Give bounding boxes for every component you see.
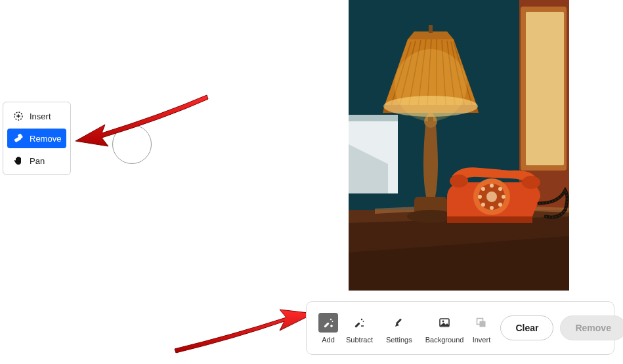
pan-tool-label: Pan bbox=[30, 156, 45, 166]
svg-rect-44 bbox=[324, 322, 329, 327]
clear-button[interactable]: Clear bbox=[500, 315, 553, 340]
svg-rect-30 bbox=[429, 25, 433, 33]
svg-point-40 bbox=[478, 195, 482, 199]
svg-rect-12 bbox=[349, 115, 398, 121]
invert-label: Invert bbox=[473, 336, 491, 344]
tool-panel: Insert Remove Pan bbox=[3, 102, 71, 175]
toolbar-actions: Clear Remove bbox=[500, 315, 623, 340]
brush-icon bbox=[389, 313, 409, 333]
subtract-brush-label: Subtract bbox=[346, 336, 373, 344]
add-brush-button[interactable]: Add bbox=[314, 310, 342, 346]
toolbar-settings-group: Settings bbox=[382, 310, 416, 346]
settings-label: Settings bbox=[386, 336, 412, 344]
canvas-image[interactable] bbox=[349, 0, 569, 291]
svg-point-49 bbox=[363, 321, 364, 322]
wand-minus-icon bbox=[349, 313, 369, 333]
svg-point-38 bbox=[490, 206, 494, 210]
pan-tool[interactable]: Pan bbox=[7, 151, 66, 171]
svg-point-36 bbox=[502, 195, 505, 199]
svg-point-39 bbox=[481, 203, 485, 207]
svg-point-37 bbox=[498, 203, 502, 207]
background-button[interactable]: Background bbox=[421, 310, 468, 346]
invert-button[interactable]: Invert bbox=[467, 310, 495, 346]
svg-rect-54 bbox=[480, 321, 486, 327]
toolbar-mode-group: Add Subtract bbox=[314, 310, 377, 346]
svg-rect-47 bbox=[355, 322, 360, 327]
wand-plus-icon bbox=[318, 313, 338, 333]
remove-tool[interactable]: Remove bbox=[7, 129, 66, 148]
eraser-icon bbox=[12, 132, 24, 144]
svg-point-42 bbox=[450, 174, 468, 188]
remove-tool-label: Remove bbox=[30, 134, 61, 144]
svg-rect-50 bbox=[396, 318, 402, 324]
svg-point-33 bbox=[486, 192, 497, 202]
svg-point-5 bbox=[21, 135, 22, 136]
annotation-arrow-bottom bbox=[169, 302, 320, 361]
svg-rect-10 bbox=[526, 12, 564, 165]
background-label: Background bbox=[425, 336, 464, 344]
svg-point-52 bbox=[442, 320, 444, 322]
svg-point-35 bbox=[498, 187, 502, 191]
settings-button[interactable]: Settings bbox=[382, 310, 416, 346]
svg-point-41 bbox=[481, 187, 485, 191]
add-brush-label: Add bbox=[322, 336, 335, 344]
invert-icon bbox=[471, 313, 491, 333]
brush-cursor-indicator bbox=[112, 125, 152, 164]
svg-point-6 bbox=[22, 136, 23, 136]
svg-point-34 bbox=[490, 184, 494, 188]
insert-tool[interactable]: Insert bbox=[7, 106, 66, 126]
svg-point-29 bbox=[395, 49, 467, 121]
insert-tool-label: Insert bbox=[30, 111, 51, 121]
toolbar-bg-group: Background Invert bbox=[421, 310, 496, 346]
hand-icon bbox=[12, 155, 24, 167]
svg-point-43 bbox=[522, 176, 540, 189]
svg-point-46 bbox=[332, 321, 333, 322]
image-icon bbox=[435, 313, 454, 333]
svg-point-45 bbox=[330, 318, 332, 319]
clear-button-label: Clear bbox=[515, 323, 538, 333]
svg-point-48 bbox=[361, 318, 362, 319]
remove-button-label: Remove bbox=[575, 323, 611, 333]
bottom-toolbar: Add Subtract Settings bbox=[306, 301, 614, 355]
remove-button[interactable]: Remove bbox=[560, 315, 623, 340]
subtract-brush-button[interactable]: Subtract bbox=[342, 310, 377, 346]
insert-icon bbox=[12, 110, 24, 122]
